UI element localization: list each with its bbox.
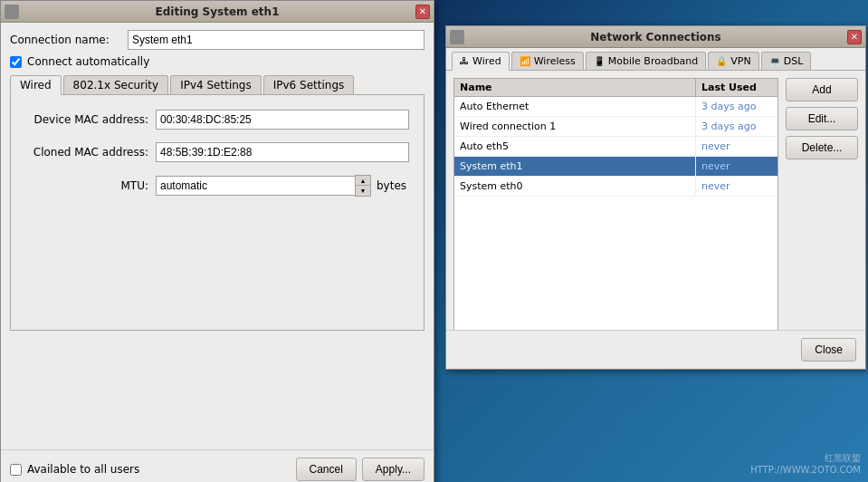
net-tab-vpn-label: VPN (730, 55, 750, 67)
net-tabs-bar: 🖧 Wired 📶 Wireless 📱 Mobile Broadband 🔒 … (446, 48, 865, 71)
connection-name-label: Connection name: (10, 34, 128, 46)
cloned-mac-input[interactable] (156, 142, 409, 162)
mtu-input[interactable] (156, 176, 355, 196)
net-close-footer-button[interactable]: Close (801, 338, 856, 362)
col-name-header: Name (454, 79, 696, 96)
net-tab-dsl-label: DSL (784, 55, 804, 67)
mtu-spinner: ▲ ▼ (355, 175, 371, 197)
net-dialog-icon (450, 30, 464, 44)
footer-right: Cancel Apply... (296, 458, 425, 481)
watermark: 红黑联盟 HTTP://WWW.2OTO.COM (750, 452, 861, 475)
net-tab-wireless-label: Wireless (534, 55, 576, 67)
watermark-line1: 红黑联盟 (750, 452, 861, 465)
apply-button[interactable]: Apply... (362, 458, 424, 481)
connection-name-input[interactable] (128, 30, 424, 50)
net-connection-row[interactable]: Auto eth5 never (454, 137, 777, 157)
net-dialog-title: Network Connections (464, 31, 847, 43)
net-tab-mobile-label: Mobile Broadband (608, 55, 699, 67)
connect-auto-row: Connect automatically (10, 55, 424, 68)
available-to-all-checkbox[interactable] (10, 464, 22, 476)
net-connection-row[interactable]: System eth0 never (454, 177, 777, 197)
edit-dialog-footer: Available to all users Cancel Apply... (1, 449, 434, 482)
device-mac-row: Device MAC address: (20, 110, 415, 130)
device-mac-label: Device MAC address: (20, 113, 156, 126)
tab-8021x-security[interactable]: 802.1x Security (63, 75, 169, 94)
net-connection-row[interactable]: Wired connection 1 3 days ago (454, 117, 777, 137)
conn-lastused-system-eth1: never (696, 157, 777, 176)
add-connection-button[interactable]: Add (786, 78, 858, 101)
wired-tab-icon: 🖧 (460, 56, 469, 66)
net-connection-row[interactable]: Auto Ethernet 3 days ago (454, 97, 777, 117)
net-tab-mobile[interactable]: 📱 Mobile Broadband (586, 52, 707, 70)
device-mac-input[interactable] (156, 110, 409, 130)
net-titlebar: Network Connections ✕ (446, 26, 865, 48)
edit-dialog: Editing System eth1 ✕ Connection name: C… (0, 0, 434, 482)
network-connections-dialog: Network Connections ✕ 🖧 Wired 📶 Wireless… (445, 25, 866, 370)
edit-tabs-bar: Wired 802.1x Security IPv4 Settings IPv6… (10, 75, 424, 95)
net-list-panel: Name Last Used Auto Ethernet 3 days ago … (453, 78, 778, 333)
edit-connection-button[interactable]: Edit... (786, 107, 858, 130)
conn-name-auto-eth5: Auto eth5 (454, 137, 696, 156)
edit-titlebar: Editing System eth1 ✕ (1, 1, 434, 23)
available-to-all-label: Available to all users (27, 463, 139, 476)
net-tab-dsl[interactable]: 💻 DSL (761, 52, 812, 70)
edit-dialog-body: Connection name: Connect automatically W… (1, 23, 434, 338)
mobile-tab-icon: 📱 (594, 56, 605, 66)
conn-name-wired1: Wired connection 1 (454, 117, 696, 136)
tab-ipv6-settings[interactable]: IPv6 Settings (263, 75, 355, 94)
tab-wired[interactable]: Wired (10, 75, 62, 95)
conn-name-system-eth1: System eth1 (454, 157, 696, 176)
mtu-decrement-button[interactable]: ▼ (356, 186, 370, 196)
mtu-row: MTU: ▲ ▼ bytes (20, 175, 415, 197)
conn-name-auto-ethernet: Auto Ethernet (454, 97, 696, 116)
net-tab-vpn[interactable]: 🔒 VPN (708, 52, 758, 70)
net-actions: Add Edit... Delete... (786, 78, 858, 333)
cancel-button[interactable]: Cancel (296, 458, 357, 481)
mtu-input-wrap: ▲ ▼ bytes (156, 175, 406, 197)
watermark-line2: HTTP://WWW.2OTO.COM (750, 465, 861, 475)
mtu-unit-label: bytes (377, 179, 406, 192)
connection-name-row: Connection name: (10, 30, 424, 50)
col-lastused-header: Last Used (696, 79, 777, 96)
mtu-increment-button[interactable]: ▲ (356, 176, 370, 186)
net-list-header: Name Last Used (454, 79, 777, 97)
net-tab-wireless[interactable]: 📶 Wireless (511, 52, 584, 70)
edit-close-button[interactable]: ✕ (415, 5, 430, 19)
conn-lastused-auto-eth5: never (696, 137, 777, 156)
vpn-tab-icon: 🔒 (716, 56, 727, 66)
net-tab-wired-label: Wired (472, 55, 501, 67)
edit-dialog-icon (5, 5, 19, 19)
connect-auto-label: Connect automatically (27, 55, 149, 68)
edit-dialog-title: Editing System eth1 (19, 5, 415, 18)
dsl-tab-icon: 💻 (769, 56, 780, 66)
net-tab-wired[interactable]: 🖧 Wired (452, 52, 510, 71)
mtu-label: MTU: (20, 179, 156, 192)
connect-auto-checkbox[interactable] (10, 56, 22, 68)
net-body: Name Last Used Auto Ethernet 3 days ago … (446, 71, 865, 341)
net-connection-row-selected[interactable]: System eth1 never (454, 157, 777, 177)
conn-lastused-auto-ethernet: 3 days ago (696, 97, 777, 116)
net-close-button[interactable]: ✕ (847, 30, 862, 44)
tab-ipv4-settings[interactable]: IPv4 Settings (170, 75, 262, 94)
tab-content-wired: Device MAC address: Cloned MAC address: … (10, 95, 424, 331)
cloned-mac-row: Cloned MAC address: (20, 142, 415, 162)
conn-lastused-system-eth0: never (696, 177, 777, 196)
conn-lastused-wired1: 3 days ago (696, 117, 777, 136)
conn-name-system-eth0: System eth0 (454, 177, 696, 196)
wireless-tab-icon: 📶 (520, 56, 530, 66)
net-footer: Close (446, 330, 865, 369)
footer-left: Available to all users (10, 463, 139, 476)
cloned-mac-label: Cloned MAC address: (20, 146, 156, 159)
delete-connection-button[interactable]: Delete... (786, 136, 858, 159)
